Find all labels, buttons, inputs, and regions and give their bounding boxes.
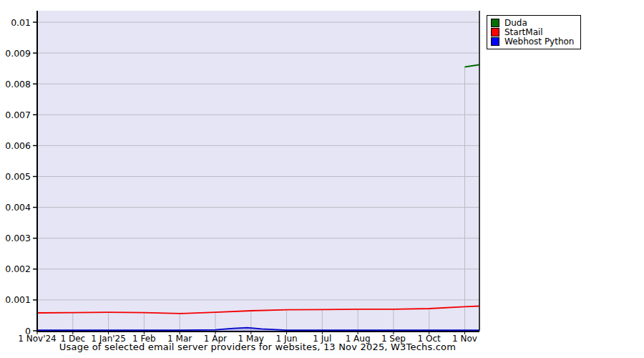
y-axis-labels: 00.0010.0020.0030.0040.0050.0060.0070.00… xyxy=(5,17,37,337)
chart-canvas: 00.0010.0020.0030.0040.0050.0060.0070.00… xyxy=(0,0,644,358)
y-tick-label: 0.007 xyxy=(5,110,31,120)
legend-label-webhost-python: Webhost Python xyxy=(504,37,574,47)
y-tick-label: 0.001 xyxy=(5,294,31,305)
y-tick-label: 0.004 xyxy=(5,202,31,213)
plot-area xyxy=(37,11,479,331)
legend-item-startmail: StartMail xyxy=(491,27,574,37)
y-tick-label: 0.003 xyxy=(5,233,31,243)
y-tick-label: 0.01 xyxy=(11,17,31,28)
w3techs-usage-chart: 00.0010.0020.0030.0040.0050.0060.0070.00… xyxy=(0,0,644,358)
duda-swatch-icon xyxy=(491,19,499,27)
legend-label-startmail: StartMail xyxy=(504,27,543,37)
webhost-python-swatch-icon xyxy=(491,37,499,46)
legend-item-webhost-python: Webhost Python xyxy=(491,37,574,46)
y-tick-label: 0.009 xyxy=(5,48,31,59)
chart-title: Usage of selected email server providers… xyxy=(29,342,487,352)
y-tick-label: 0.002 xyxy=(5,263,31,274)
legend-item-duda: Duda xyxy=(491,18,574,27)
y-tick-label: 0.005 xyxy=(5,171,31,182)
y-tick-label: 0.008 xyxy=(5,79,31,90)
legend-label-duda: Duda xyxy=(504,18,527,28)
startmail-swatch-icon xyxy=(491,28,499,37)
y-tick-label: 0.006 xyxy=(5,140,31,151)
legend: Duda StartMail Webhost Python xyxy=(487,15,581,49)
